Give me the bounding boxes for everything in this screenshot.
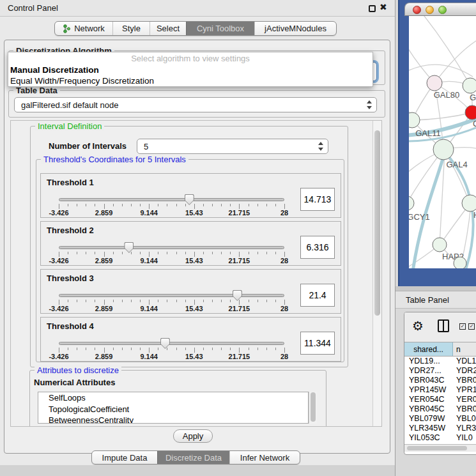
cell-shared-name[interactable]: YER054C bbox=[404, 395, 453, 404]
tick-label: -3.426 bbox=[40, 305, 78, 312]
cell-name[interactable]: YIL0 bbox=[453, 433, 476, 443]
attributes-group-label: Attributes to discretize bbox=[35, 365, 121, 375]
network-node-h[interactable] bbox=[462, 195, 476, 211]
panel-divider[interactable] bbox=[395, 286, 476, 291]
gear-icon[interactable]: ⚙ bbox=[412, 318, 424, 334]
attribute-list-item[interactable]: BetweennessCentrality bbox=[38, 415, 308, 424]
cell-name[interactable]: YER0 bbox=[453, 395, 476, 404]
table-header: shared... n bbox=[404, 342, 476, 357]
tick-label: 2.859 bbox=[85, 353, 123, 360]
network-node[interactable] bbox=[454, 257, 466, 268]
algorithm-option-manual[interactable]: Manual Discretization bbox=[8, 65, 372, 75]
cell-shared-name[interactable]: YBR045C bbox=[404, 404, 453, 414]
horizontal-scrollbar[interactable] bbox=[404, 444, 476, 452]
cell-name[interactable]: YBL0 bbox=[453, 414, 476, 424]
tick-label: 2.859 bbox=[85, 209, 123, 217]
table-row[interactable]: YLR345WYLR3 bbox=[404, 424, 476, 433]
number-of-intervals-value: 5 bbox=[144, 142, 148, 151]
cell-shared-name[interactable]: YBL079W bbox=[404, 414, 453, 424]
network-node-g[interactable] bbox=[463, 78, 476, 93]
close-icon[interactable]: ✖ bbox=[380, 2, 387, 12]
cell-shared-name[interactable]: YIL053C bbox=[404, 433, 453, 443]
settings-scrollpane: Interval Definition Number of Intervals … bbox=[10, 120, 382, 427]
attributes-list-scrollbar[interactable] bbox=[309, 392, 317, 424]
table-data-combobox[interactable]: galFiltered.sif default node bbox=[14, 97, 377, 112]
table-row[interactable]: YBR043CYBR0 bbox=[404, 376, 476, 385]
attribute-list-item[interactable]: SelfLoops bbox=[38, 392, 308, 404]
threshold-value-field[interactable]: 11.344 bbox=[300, 332, 335, 355]
checkbox-icon[interactable]: ✓ bbox=[468, 323, 475, 330]
combo-stepper-icon bbox=[366, 100, 372, 109]
algorithm-option-equal-width[interactable]: Equal Width/Frequency Discretization bbox=[8, 75, 372, 86]
threshold-value-field[interactable]: 21.4 bbox=[300, 284, 335, 307]
cell-name[interactable]: YLR3 bbox=[453, 424, 476, 433]
table-row[interactable]: YER054CYER0 bbox=[404, 395, 476, 404]
checkbox-icon[interactable]: ✓ bbox=[459, 323, 466, 330]
zoom-traffic-light[interactable] bbox=[438, 6, 447, 14]
tick-label: 9.144 bbox=[130, 257, 168, 265]
node-label: G bbox=[470, 93, 476, 102]
threshold-value-field[interactable]: 14.713 bbox=[300, 188, 335, 211]
network-node-gal4[interactable] bbox=[433, 139, 454, 160]
network-node-gcy1[interactable] bbox=[409, 196, 414, 210]
cell-shared-name[interactable]: YLR345W bbox=[404, 424, 453, 433]
minimize-traffic-light[interactable] bbox=[426, 6, 434, 14]
tab-jactivemnodules[interactable]: jActiveMNodules bbox=[254, 22, 336, 35]
threshold-label: Threshold 1 bbox=[47, 178, 94, 187]
table-row[interactable]: YDR27...YDR2 bbox=[404, 366, 476, 376]
number-of-intervals-combobox[interactable]: 5 bbox=[137, 139, 328, 154]
table-panel-title: Table Panel bbox=[406, 295, 449, 305]
table-row[interactable]: YBR045CYBR0 bbox=[404, 404, 476, 414]
cell-shared-name[interactable]: YPR145W bbox=[404, 385, 453, 395]
slider-track[interactable] bbox=[59, 342, 284, 345]
table-rows: YDL19...YDL1YDR27...YDR2YBR043CYBR0YPR14… bbox=[404, 357, 476, 444]
slider-track[interactable] bbox=[59, 198, 284, 201]
tab-network[interactable]: Network bbox=[55, 22, 112, 35]
close-traffic-light[interactable] bbox=[413, 6, 421, 14]
tab-select[interactable]: Select bbox=[150, 22, 186, 35]
table-row[interactable]: YBL079WYBL0 bbox=[404, 414, 476, 424]
tab-label: Infer Network bbox=[240, 453, 289, 463]
cell-shared-name[interactable]: YBR043C bbox=[404, 376, 453, 385]
network-canvas[interactable]: GAL80GCGAL11GAL4GCY1HHAP2 bbox=[409, 16, 476, 268]
tick-label: 21.715 bbox=[220, 353, 258, 360]
cell-name[interactable]: YDL1 bbox=[453, 357, 476, 366]
network-node-hap2[interactable] bbox=[433, 238, 447, 252]
float-window-icon[interactable] bbox=[369, 5, 376, 12]
tab-cyni-toolbox[interactable]: Cyni Toolbox bbox=[186, 22, 254, 35]
cell-name[interactable]: YBR0 bbox=[453, 376, 476, 385]
attribute-list-item[interactable]: TopologicalCoefficient bbox=[38, 404, 308, 415]
numerical-attributes-list[interactable]: SelfLoopsTopologicalCoefficientBetweenne… bbox=[38, 392, 309, 424]
tab-discretize-data[interactable]: Discretize Data bbox=[157, 451, 229, 464]
node-label: GAL4 bbox=[446, 160, 467, 169]
network-graph: GAL80GCGAL11GAL4GCY1HHAP2 bbox=[409, 16, 476, 268]
table-row[interactable]: YIL053CYIL0 bbox=[404, 433, 476, 443]
node-label: GAL11 bbox=[415, 128, 441, 138]
network-node-gal80[interactable] bbox=[427, 75, 442, 91]
table-column-name[interactable]: n bbox=[453, 342, 476, 356]
cell-shared-name[interactable]: YDL19... bbox=[404, 357, 453, 366]
table-row[interactable]: YPR145WYPR1 bbox=[404, 385, 476, 395]
threshold-value-field[interactable]: 6.316 bbox=[300, 236, 335, 259]
scrollbar-thumb[interactable] bbox=[407, 446, 467, 450]
vertical-scrollbar[interactable] bbox=[372, 121, 381, 427]
tab-style[interactable]: Style bbox=[112, 22, 150, 35]
split-columns-icon[interactable] bbox=[438, 319, 449, 332]
scrollbar-thumb[interactable] bbox=[374, 130, 380, 316]
network-node-gal11[interactable] bbox=[409, 112, 420, 128]
tab-infer-network[interactable]: Infer Network bbox=[229, 451, 300, 464]
cell-shared-name[interactable]: YDR27... bbox=[404, 366, 453, 376]
cell-name[interactable]: YPR1 bbox=[453, 385, 476, 395]
node-label: GAL80 bbox=[434, 90, 459, 100]
table-row[interactable]: YDL19...YDL1 bbox=[404, 357, 476, 366]
slider-track[interactable] bbox=[59, 246, 284, 249]
tick-label: 15.43 bbox=[175, 353, 213, 360]
tick-label: 2.859 bbox=[85, 257, 123, 265]
slider-track[interactable] bbox=[59, 294, 284, 297]
apply-button[interactable]: Apply bbox=[173, 429, 213, 443]
cell-name[interactable]: YDR2 bbox=[453, 366, 476, 376]
table-column-shared[interactable]: shared... bbox=[404, 342, 453, 356]
network-node-c[interactable] bbox=[465, 105, 476, 119]
cell-name[interactable]: YBR0 bbox=[453, 404, 476, 414]
tab-impute-data[interactable]: Impute Data bbox=[92, 451, 157, 464]
